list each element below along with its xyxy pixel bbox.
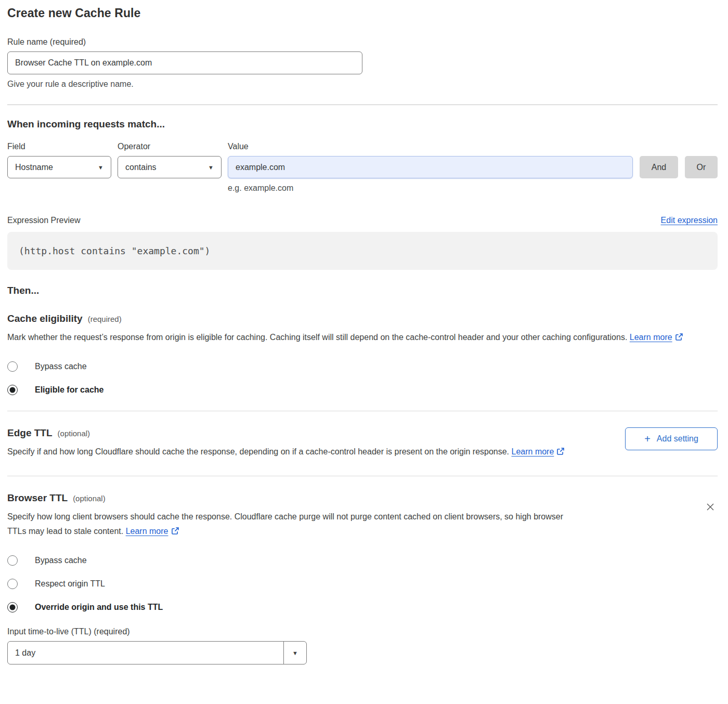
operator-select-value: contains bbox=[125, 163, 157, 172]
radio-label: Override origin and use this TTL bbox=[35, 603, 163, 612]
browser-ttl-section: Browser TTL (optional) Specify how long … bbox=[7, 492, 718, 664]
chevron-down-icon: ▼ bbox=[283, 642, 306, 664]
rule-name-input[interactable] bbox=[7, 51, 362, 74]
rule-name-helper: Give your rule a descriptive name. bbox=[7, 80, 718, 89]
expression-preview-label: Expression Preview bbox=[7, 216, 81, 225]
learn-more-wrap: Learn more bbox=[126, 527, 179, 536]
radio-icon[interactable] bbox=[7, 361, 18, 372]
section-divider bbox=[7, 476, 718, 476]
learn-more-wrap: Learn more bbox=[630, 333, 683, 342]
radio-label: Bypass cache bbox=[35, 362, 87, 371]
ttl-field: Input time-to-live (TTL) (required) 1 da… bbox=[7, 627, 718, 664]
value-input[interactable] bbox=[228, 156, 633, 178]
match-condition-row: Field Hostname ▼ Operator contains ▼ Val… bbox=[7, 142, 718, 178]
operator-select[interactable]: contains ▼ bbox=[118, 156, 222, 178]
cache-eligibility-description: Mark whether the request’s response from… bbox=[7, 330, 718, 346]
section-divider bbox=[7, 411, 718, 411]
browser-ttl-left: Browser TTL (optional) Specify how long … bbox=[7, 492, 577, 540]
page-title: Create new Cache Rule bbox=[7, 6, 718, 20]
browser-ttl-qualifier: (optional) bbox=[73, 494, 106, 503]
radio-label: Bypass cache bbox=[35, 556, 87, 565]
learn-more-wrap: Learn more bbox=[512, 447, 565, 456]
cache-eligibility-title-row: Cache eligibility (required) bbox=[7, 313, 718, 324]
learn-more-link[interactable]: Learn more bbox=[126, 527, 168, 536]
edge-ttl-title: Edge TTL bbox=[7, 427, 53, 439]
cache-eligibility-description-text: Mark whether the request’s response from… bbox=[7, 333, 627, 342]
learn-more-link[interactable]: Learn more bbox=[630, 333, 672, 342]
radio-icon[interactable] bbox=[7, 579, 18, 589]
radio-icon[interactable] bbox=[7, 555, 18, 566]
radio-respect-origin-ttl[interactable]: Respect origin TTL bbox=[7, 579, 718, 589]
value-helper: e.g. example.com bbox=[228, 184, 718, 193]
expression-code-block: (http.host contains "example.com") bbox=[7, 232, 718, 270]
field-select-value: Hostname bbox=[15, 163, 53, 172]
edge-ttl-description: Specify if and how long Cloudflare shoul… bbox=[7, 445, 565, 460]
radio-bypass-cache[interactable]: Bypass cache bbox=[7, 361, 718, 372]
edge-ttl-section: Edge TTL (optional) Specify if and how l… bbox=[7, 427, 718, 460]
cache-eligibility-section: Cache eligibility (required) Mark whethe… bbox=[7, 313, 718, 395]
browser-ttl-title-row: Browser TTL (optional) bbox=[7, 492, 577, 504]
edge-ttl-title-row: Edge TTL (optional) bbox=[7, 427, 565, 439]
browser-ttl-title: Browser TTL bbox=[7, 492, 68, 504]
expression-header: Expression Preview Edit expression bbox=[7, 216, 718, 225]
add-setting-button[interactable]: + Add setting bbox=[625, 427, 718, 450]
section-divider bbox=[7, 105, 718, 105]
remove-browser-ttl-button[interactable] bbox=[703, 500, 718, 516]
cache-eligibility-title: Cache eligibility bbox=[7, 313, 83, 324]
match-heading: When incoming requests match... bbox=[7, 119, 718, 130]
browser-ttl-description: Specify how long client browsers should … bbox=[7, 510, 577, 540]
value-column: Value bbox=[228, 142, 633, 178]
edge-ttl-left: Edge TTL (optional) Specify if and how l… bbox=[7, 427, 565, 460]
ttl-label: Input time-to-live (TTL) (required) bbox=[7, 627, 718, 636]
close-icon bbox=[705, 502, 716, 512]
edit-expression-link[interactable]: Edit expression bbox=[661, 216, 718, 225]
edge-ttl-qualifier: (optional) bbox=[58, 429, 90, 438]
operator-label: Operator bbox=[118, 142, 222, 151]
cache-eligibility-qualifier: (required) bbox=[88, 315, 122, 323]
radio-eligible-for-cache[interactable]: Eligible for cache bbox=[7, 385, 718, 395]
learn-more-link[interactable]: Learn more bbox=[512, 447, 554, 456]
external-link-icon bbox=[675, 331, 683, 346]
radio-label: Eligible for cache bbox=[35, 385, 103, 395]
add-setting-label: Add setting bbox=[657, 434, 698, 444]
operator-column: Operator contains ▼ bbox=[118, 142, 222, 178]
create-cache-rule-form: Create new Cache Rule Rule name (require… bbox=[7, 6, 718, 664]
browser-ttl-flex: Browser TTL (optional) Specify how long … bbox=[7, 492, 718, 540]
radio-icon-selected[interactable] bbox=[7, 385, 18, 395]
plus-icon: + bbox=[644, 434, 651, 444]
browser-ttl-description-text: Specify how long client browsers should … bbox=[7, 512, 563, 536]
radio-bypass-cache[interactable]: Bypass cache bbox=[7, 555, 718, 566]
edge-ttl-flex: Edge TTL (optional) Specify if and how l… bbox=[7, 427, 718, 460]
field-label: Field bbox=[7, 142, 111, 151]
field-column: Field Hostname ▼ bbox=[7, 142, 111, 178]
and-button[interactable]: And bbox=[640, 156, 678, 178]
chevron-down-icon: ▼ bbox=[98, 164, 103, 171]
ttl-select-value: 1 day bbox=[8, 642, 283, 664]
radio-override-origin-ttl[interactable]: Override origin and use this TTL bbox=[7, 602, 718, 612]
browser-ttl-options: Bypass cache Respect origin TTL Override… bbox=[7, 555, 718, 612]
radio-icon-selected[interactable] bbox=[7, 602, 18, 612]
radio-label: Respect origin TTL bbox=[35, 579, 105, 589]
rule-name-label: Rule name (required) bbox=[7, 37, 718, 47]
then-heading: Then... bbox=[7, 285, 718, 296]
cache-eligibility-options: Bypass cache Eligible for cache bbox=[7, 361, 718, 395]
rule-name-section: Rule name (required) Give your rule a de… bbox=[7, 37, 718, 89]
external-link-icon bbox=[556, 446, 565, 460]
value-label: Value bbox=[228, 142, 633, 151]
conjunction-buttons: And Or bbox=[633, 142, 718, 178]
external-link-icon bbox=[171, 525, 179, 540]
ttl-select[interactable]: 1 day ▼ bbox=[7, 641, 307, 664]
or-button[interactable]: Or bbox=[685, 156, 718, 178]
field-select[interactable]: Hostname ▼ bbox=[7, 156, 111, 178]
edge-ttl-description-text: Specify if and how long Cloudflare shoul… bbox=[7, 447, 509, 456]
chevron-down-icon: ▼ bbox=[208, 164, 214, 171]
